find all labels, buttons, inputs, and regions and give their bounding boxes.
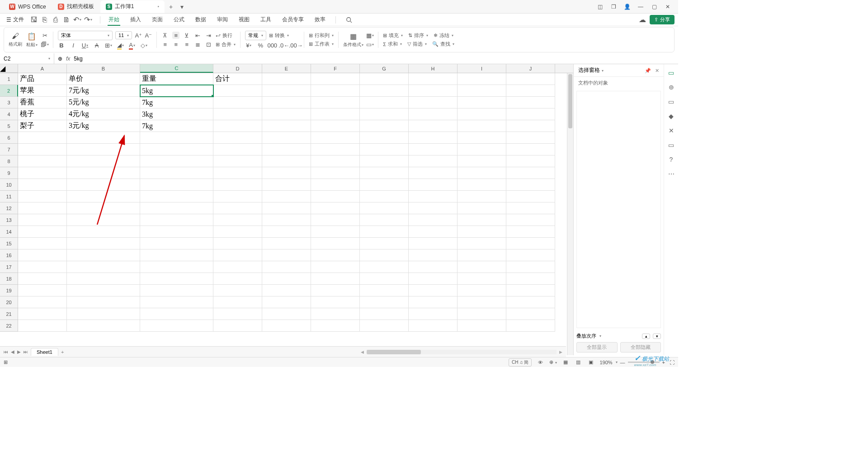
row-header-11[interactable]: 11 — [0, 191, 18, 202]
image-icon[interactable]: ▭ — [667, 141, 675, 149]
cell-J6[interactable] — [506, 132, 555, 144]
cell-A7[interactable] — [18, 144, 67, 155]
cell-C22[interactable] — [140, 320, 213, 332]
cond-format-button[interactable]: ▦条件格式▾ — [343, 32, 363, 48]
tools-icon[interactable]: ✕ — [667, 127, 675, 135]
percent-icon[interactable]: % — [257, 42, 264, 49]
spreadsheet-grid[interactable]: ◢ ABCDEFGHIJ 123456789101112131415161718… — [0, 64, 573, 355]
status-icon[interactable]: ⊞ — [4, 359, 8, 365]
row-header-22[interactable]: 22 — [0, 320, 18, 332]
tab-insert[interactable]: 插入 — [125, 14, 146, 26]
row-header-8[interactable]: 8 — [0, 155, 18, 167]
cell-H6[interactable] — [409, 132, 458, 144]
bold-icon[interactable]: B — [58, 42, 65, 49]
cell-J9[interactable] — [506, 167, 555, 179]
align-middle-icon[interactable]: ≡ — [172, 32, 179, 39]
cell-F10[interactable] — [311, 179, 360, 191]
cell-I3[interactable] — [458, 97, 506, 108]
row-header-20[interactable]: 20 — [0, 296, 18, 308]
cell-E8[interactable] — [262, 155, 311, 167]
cell-A4[interactable]: 桃子 — [18, 108, 67, 120]
cell-B3[interactable]: 5元/kg — [67, 97, 140, 108]
cell-E11[interactable] — [262, 191, 311, 202]
font-family-select[interactable]: 宋体▾ — [58, 31, 113, 40]
cell-G16[interactable] — [360, 249, 409, 261]
cell-H15[interactable] — [409, 238, 458, 249]
select-all-corner[interactable]: ◢ — [0, 64, 18, 73]
cell-J12[interactable] — [506, 202, 555, 214]
row-header-1[interactable]: 1 — [0, 73, 18, 85]
cell-G11[interactable] — [360, 191, 409, 202]
redo-icon[interactable]: ↷▾ — [85, 16, 92, 24]
sheet-last-button[interactable]: ⏭ — [24, 349, 28, 354]
tab-tools[interactable]: 工具 — [255, 14, 277, 26]
cell-D15[interactable] — [213, 238, 262, 249]
col-header-A[interactable]: A — [18, 64, 67, 73]
copy-icon[interactable]: 🗐▾ — [41, 41, 48, 48]
layers-icon[interactable]: ▭ — [667, 98, 675, 106]
cell-E22[interactable] — [262, 320, 311, 332]
cell-D14[interactable] — [213, 226, 262, 238]
cell-J13[interactable] — [506, 214, 555, 226]
cell-F2[interactable] — [311, 85, 360, 97]
cell-J10[interactable] — [506, 179, 555, 191]
cell-B13[interactable] — [67, 214, 140, 226]
cell-B2[interactable]: 7元/kg — [67, 85, 140, 97]
col-header-D[interactable]: D — [213, 64, 262, 73]
cell-J15[interactable] — [506, 238, 555, 249]
cell-F7[interactable] — [311, 144, 360, 155]
zoom-out-button[interactable]: — — [620, 360, 625, 365]
sheet-prev-button[interactable]: ◀ — [11, 349, 14, 354]
cell-I17[interactable] — [458, 261, 506, 273]
cell-F11[interactable] — [311, 191, 360, 202]
cell-I18[interactable] — [458, 273, 506, 285]
cell-H5[interactable] — [409, 120, 458, 132]
formula-input[interactable]: 5kg — [74, 56, 82, 62]
cell-C5[interactable]: 7kg — [140, 120, 213, 132]
wrap-text-button[interactable]: ⮐换行 — [216, 32, 232, 39]
cell-F16[interactable] — [311, 249, 360, 261]
row-header-19[interactable]: 19 — [0, 285, 18, 296]
cell-A11[interactable] — [18, 191, 67, 202]
cell-J7[interactable] — [506, 144, 555, 155]
cell-F15[interactable] — [311, 238, 360, 249]
cell-H13[interactable] — [409, 214, 458, 226]
cell-I12[interactable] — [458, 202, 506, 214]
cell-G20[interactable] — [360, 296, 409, 308]
cell-E13[interactable] — [262, 214, 311, 226]
cell-A20[interactable] — [18, 296, 67, 308]
tab-data[interactable]: 数据 — [190, 14, 212, 26]
cell-E5[interactable] — [262, 120, 311, 132]
cell-D11[interactable] — [213, 191, 262, 202]
cell-H12[interactable] — [409, 202, 458, 214]
cell-D8[interactable] — [213, 155, 262, 167]
cell-B1[interactable]: 单价 — [67, 73, 140, 85]
cell-F1[interactable] — [311, 73, 360, 85]
cell-C2[interactable]: 5kg — [140, 85, 213, 97]
align-left-icon[interactable]: ≡ — [161, 41, 169, 48]
cell-B22[interactable] — [67, 320, 140, 332]
page-layout-icon[interactable]: ▥ — [574, 359, 582, 365]
cell-F14[interactable] — [311, 226, 360, 238]
cell-I9[interactable] — [458, 167, 506, 179]
currency-icon[interactable]: ¥▾ — [245, 42, 252, 49]
cell-I2[interactable] — [458, 85, 506, 97]
cell-F4[interactable] — [311, 108, 360, 120]
cell-H21[interactable] — [409, 308, 458, 320]
cell-G7[interactable] — [360, 144, 409, 155]
cell-C14[interactable] — [140, 226, 213, 238]
cell-F8[interactable] — [311, 155, 360, 167]
freeze-button[interactable]: ❄冻结▾ — [434, 32, 453, 39]
search-icon[interactable] — [346, 17, 355, 23]
cell-E10[interactable] — [262, 179, 311, 191]
print-icon[interactable]: ⎙ — [52, 16, 59, 24]
cell-C7[interactable] — [140, 144, 213, 155]
decrease-decimal-icon[interactable]: .0← — [280, 42, 288, 49]
tab-home[interactable]: 开始 — [103, 14, 125, 26]
cell-D17[interactable] — [213, 261, 262, 273]
cursor-select-icon[interactable]: ▭ — [667, 69, 675, 77]
cell-G21[interactable] — [360, 308, 409, 320]
save-icon[interactable]: 🖫 — [30, 16, 38, 24]
undo-icon[interactable]: ↶▾ — [74, 16, 81, 24]
align-top-icon[interactable]: ⊼ — [161, 32, 169, 39]
